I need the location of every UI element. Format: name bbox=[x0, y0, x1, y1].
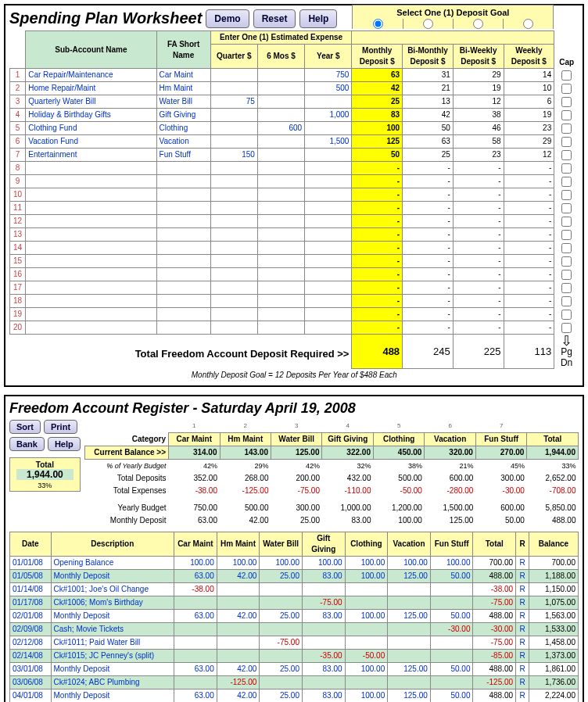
tx-amount[interactable] bbox=[260, 623, 303, 636]
quarter-cell[interactable] bbox=[210, 69, 257, 82]
subaccount-cell[interactable] bbox=[26, 295, 156, 308]
cap-checkbox[interactable] bbox=[561, 296, 572, 306]
tx-amount[interactable]: 83.00 bbox=[302, 663, 345, 676]
fa-short-cell[interactable]: Gift Giving bbox=[156, 109, 210, 122]
fa-short-cell[interactable] bbox=[156, 295, 210, 308]
cap-cell[interactable] bbox=[554, 308, 579, 321]
subaccount-cell[interactable]: Holiday & Birthday Gifts bbox=[26, 109, 156, 122]
bank-button[interactable]: Bank bbox=[9, 437, 45, 451]
tx-amount[interactable]: 63.00 bbox=[174, 610, 217, 623]
cap-cell[interactable] bbox=[554, 95, 579, 109]
tx-desc[interactable]: Ck#1001; Joe's Oil Change bbox=[51, 583, 174, 596]
quarter-cell[interactable] bbox=[210, 215, 257, 228]
cap-checkbox[interactable] bbox=[561, 110, 572, 120]
6mos-cell[interactable] bbox=[257, 135, 304, 149]
tx-amount[interactable] bbox=[388, 623, 431, 636]
tx-amount[interactable]: -75.00 bbox=[260, 636, 303, 650]
tx-amount[interactable]: 63.00 bbox=[174, 689, 217, 703]
tx-amount[interactable] bbox=[345, 583, 388, 596]
cap-cell[interactable] bbox=[554, 188, 579, 202]
quarter-cell[interactable] bbox=[210, 188, 257, 202]
tx-reconciled[interactable]: R bbox=[516, 557, 529, 570]
year-cell[interactable]: 750 bbox=[305, 69, 352, 82]
tx-amount[interactable] bbox=[217, 650, 260, 663]
tx-amount[interactable] bbox=[260, 676, 303, 689]
tx-date[interactable]: 01/14/08 bbox=[10, 583, 52, 596]
tx-amount[interactable] bbox=[345, 676, 388, 689]
tx-amount[interactable]: 100.00 bbox=[345, 610, 388, 623]
quarter-cell[interactable] bbox=[210, 162, 257, 175]
subaccount-cell[interactable] bbox=[26, 308, 156, 321]
subaccount-cell[interactable] bbox=[26, 228, 156, 242]
cap-checkbox[interactable] bbox=[561, 150, 572, 160]
sort-button[interactable]: Sort bbox=[9, 420, 41, 434]
quarter-cell[interactable]: 150 bbox=[210, 149, 257, 162]
tx-date[interactable]: 03/01/08 bbox=[10, 663, 52, 676]
tx-amount[interactable] bbox=[174, 596, 217, 610]
tx-amount[interactable] bbox=[217, 583, 260, 596]
tx-date[interactable]: 02/12/08 bbox=[10, 636, 52, 650]
cap-cell[interactable] bbox=[554, 175, 579, 188]
subaccount-cell[interactable]: Quarterly Water Bill bbox=[26, 95, 156, 109]
tx-desc[interactable]: Cash; Movie Tickets bbox=[51, 623, 174, 636]
cap-cell[interactable] bbox=[554, 109, 579, 122]
tx-date[interactable]: 03/06/08 bbox=[10, 676, 52, 689]
subaccount-cell[interactable] bbox=[26, 255, 156, 268]
tx-amount[interactable]: 100.00 bbox=[345, 689, 388, 703]
tx-amount[interactable] bbox=[174, 636, 217, 650]
6mos-cell[interactable] bbox=[257, 149, 304, 162]
cap-cell[interactable] bbox=[554, 228, 579, 242]
fa-short-cell[interactable] bbox=[156, 215, 210, 228]
radio-biweekly[interactable] bbox=[473, 19, 483, 29]
6mos-cell[interactable] bbox=[257, 82, 304, 95]
tx-amount[interactable] bbox=[302, 636, 345, 650]
tx-date[interactable]: 02/01/08 bbox=[10, 610, 52, 623]
year-cell[interactable]: 1,000 bbox=[305, 109, 352, 122]
quarter-cell[interactable] bbox=[210, 135, 257, 149]
cap-cell[interactable] bbox=[554, 135, 579, 149]
tx-amount[interactable]: 100.00 bbox=[174, 557, 217, 570]
cap-checkbox[interactable] bbox=[561, 283, 572, 293]
year-cell[interactable] bbox=[305, 281, 352, 295]
quarter-cell[interactable] bbox=[210, 295, 257, 308]
tx-amount[interactable]: 100.00 bbox=[345, 570, 388, 583]
tx-reconciled[interactable]: R bbox=[516, 676, 529, 689]
cap-cell[interactable] bbox=[554, 215, 579, 228]
subaccount-cell[interactable] bbox=[26, 281, 156, 295]
radio-bimonthly[interactable] bbox=[423, 19, 433, 29]
fa-short-cell[interactable] bbox=[156, 242, 210, 255]
page-down[interactable]: ⇩Pg Dn bbox=[554, 335, 579, 369]
year-cell[interactable] bbox=[305, 122, 352, 135]
tx-desc[interactable]: Ck#1006; Mom's Birthday bbox=[51, 596, 174, 610]
tx-amount[interactable] bbox=[217, 596, 260, 610]
fa-short-cell[interactable] bbox=[156, 321, 210, 335]
quarter-cell[interactable] bbox=[210, 308, 257, 321]
tx-desc[interactable]: Ck#1024; ABC Plumbing bbox=[51, 676, 174, 689]
help-button-reg[interactable]: Help bbox=[48, 437, 81, 451]
6mos-cell[interactable] bbox=[257, 69, 304, 82]
tx-amount[interactable] bbox=[430, 583, 473, 596]
6mos-cell[interactable] bbox=[257, 255, 304, 268]
tx-amount[interactable] bbox=[302, 583, 345, 596]
fa-short-cell[interactable] bbox=[156, 188, 210, 202]
tx-amount[interactable] bbox=[388, 636, 431, 650]
cap-cell[interactable] bbox=[554, 281, 579, 295]
tx-amount[interactable]: 100.00 bbox=[430, 557, 473, 570]
cap-checkbox[interactable] bbox=[561, 270, 572, 280]
tx-amount[interactable] bbox=[430, 636, 473, 650]
tx-date[interactable]: 04/01/08 bbox=[10, 689, 52, 703]
tx-amount[interactable]: 50.00 bbox=[430, 570, 473, 583]
subaccount-cell[interactable] bbox=[26, 242, 156, 255]
tx-reconciled[interactable]: R bbox=[516, 650, 529, 663]
subaccount-cell[interactable] bbox=[26, 321, 156, 335]
cap-cell[interactable] bbox=[554, 255, 579, 268]
quarter-cell[interactable] bbox=[210, 281, 257, 295]
cap-checkbox[interactable] bbox=[561, 310, 572, 320]
cap-cell[interactable] bbox=[554, 202, 579, 215]
cap-checkbox[interactable] bbox=[561, 190, 572, 200]
fa-short-cell[interactable] bbox=[156, 255, 210, 268]
fa-short-cell[interactable]: Hm Maint bbox=[156, 82, 210, 95]
cap-checkbox[interactable] bbox=[561, 217, 572, 227]
tx-reconciled[interactable]: R bbox=[516, 663, 529, 676]
tx-amount[interactable]: 125.00 bbox=[388, 663, 431, 676]
